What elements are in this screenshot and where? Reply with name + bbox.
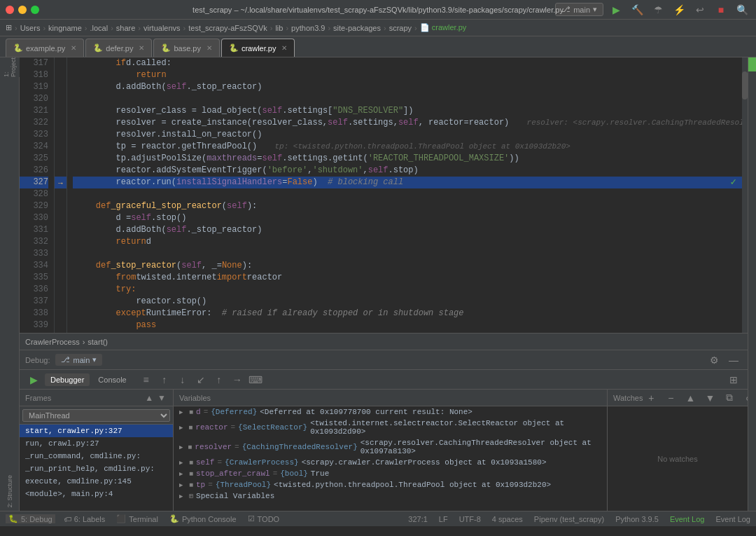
tab-crawler[interactable]: 🐍 crawler.py ✕ [221, 39, 295, 57]
settings-button[interactable]: ⚙ [706, 352, 722, 369]
nav-file[interactable]: 📄 crawler.py [420, 23, 467, 32]
coverage-icon[interactable]: ☂ [650, 1, 666, 18]
code-content[interactable]: if d.called: return d.addBoth(self._stop… [67, 57, 742, 333]
code-editor[interactable]: 317 318 319 320 321 322 323 324 325 326 … [20, 57, 748, 333]
chevron-down-icon: ▾ [593, 5, 597, 14]
event-log-label[interactable]: Event Log [715, 515, 750, 523]
nav-virtualenvs[interactable]: virtualenvs [144, 24, 181, 32]
python-version[interactable]: Python 3.9.5 [615, 515, 659, 523]
tab-example[interactable]: 🐍 example.py ✕ [6, 39, 84, 57]
frame-item-3[interactable]: _run_print_help, cmdline.py: [20, 462, 173, 475]
nav-python[interactable]: python3.9 [291, 24, 325, 32]
build-icon[interactable]: 🔨 [629, 1, 645, 18]
step-out-button[interactable]: ↑ [211, 371, 227, 388]
run-button[interactable]: ▶ [608, 1, 624, 18]
var-item-stop[interactable]: ▶ ■ stop_after_crawl = {bool} True [174, 468, 607, 479]
evaluate-button[interactable]: ⌨ [247, 371, 264, 388]
indent-info[interactable]: 4 spaces [492, 515, 523, 523]
var-arrow-self: ▶ [179, 459, 186, 467]
code-line-326: reactor.addSystemEventTrigger('before', … [73, 165, 742, 177]
python-file-icon3: 🐍 [161, 43, 171, 53]
nav-site-packages[interactable]: site-packages [333, 24, 381, 32]
remove-watch-button[interactable]: − [662, 390, 679, 406]
thread-selector[interactable]: MainThread [22, 409, 170, 422]
resume-debug-button[interactable]: ▶ [25, 371, 42, 388]
search-everywhere[interactable]: 🔍 [734, 1, 750, 18]
scrollbar-thumb[interactable] [742, 71, 748, 99]
frames-down-button[interactable]: ▼ [156, 392, 167, 404]
tab-defer[interactable]: 🐍 defer.py ✕ [85, 39, 152, 57]
run-to-cursor-button[interactable]: → [229, 371, 246, 388]
restore-layout-button[interactable]: ⊞ [725, 371, 742, 388]
frame-item-1[interactable]: run, crawl.py:27 [20, 437, 173, 450]
nav-local[interactable]: .local [90, 24, 108, 32]
tab-crawler-close[interactable]: ✕ [281, 44, 287, 52]
breadcrumb-class[interactable]: CrawlerProcess [25, 338, 80, 346]
profile-icon[interactable]: ⚡ [671, 1, 687, 18]
settings-icon2[interactable]: ↩ [692, 1, 708, 18]
status-tab-python-text: Python Console [182, 515, 237, 523]
var-item-resolver[interactable]: ▶ ■ resolver = {CachingThreadedResolver}… [174, 437, 607, 457]
var-item-tp[interactable]: ▶ ■ tp = {ThreadPool} <twisted.python.th… [174, 479, 607, 490]
minimize-button[interactable] [18, 6, 27, 14]
show-frames-button[interactable]: ≡ [138, 371, 155, 388]
minimize-panel-button[interactable]: — [725, 352, 742, 369]
nav-scrapy[interactable]: scrapy [389, 24, 412, 32]
nav-venv[interactable]: test_scrapy-aFszSQVk [188, 24, 267, 32]
nav-users[interactable]: Users [20, 24, 41, 32]
file-encoding[interactable]: UTF-8 [459, 515, 481, 523]
tab-defer-close[interactable]: ✕ [139, 44, 144, 52]
copy-watch-button[interactable]: ⧉ [721, 390, 738, 406]
status-tab-todo[interactable]: ☑ TODO [245, 514, 283, 523]
sidebar-structure[interactable]: 2: Structure [6, 475, 13, 508]
stop-button[interactable]: ■ [713, 1, 729, 18]
close-button[interactable] [6, 6, 14, 14]
line-endings[interactable]: LF [439, 515, 448, 523]
variables-panel: Variables ▶ ■ d = {Deferred} <Deferred a… [174, 390, 608, 511]
frame-item-5[interactable]: <module>, main.py:4 [20, 488, 173, 500]
status-tab-debug[interactable]: 🐛 5: Debug [6, 514, 55, 523]
frames-up-button[interactable]: ▲ [144, 392, 155, 404]
add-watch-button[interactable]: + [643, 390, 659, 406]
tab-console[interactable]: Console [92, 373, 132, 386]
maximize-button[interactable] [31, 6, 39, 14]
watch-up-button[interactable]: ▲ [682, 390, 699, 406]
checkmark-icon: ✓ [731, 177, 736, 188]
tab-debugger[interactable]: Debugger [45, 373, 90, 386]
status-tab-python-console[interactable]: 🐍 Python Console [167, 514, 239, 523]
nav-kingname[interactable]: kingname [48, 24, 82, 32]
var-icon-reactor: ■ [188, 424, 192, 432]
tab-example-close[interactable]: ✕ [71, 44, 76, 52]
frames-panel: Frames ▲ ▼ MainThread start, crawle [20, 390, 174, 511]
frame-item-0[interactable]: start, crawler.py:327 [20, 425, 173, 437]
event-log-button[interactable]: Event Log [670, 515, 705, 523]
breadcrumb-method[interactable]: start() [88, 338, 108, 346]
edit-watch-button[interactable]: ∞ [741, 390, 748, 406]
frame-item-2[interactable]: _run_command, cmdline.py: [20, 450, 173, 462]
var-item-reactor[interactable]: ▶ ■ reactor = {SelectReactor} <twisted.i… [174, 418, 607, 437]
status-tab-terminal[interactable]: ⬛ Terminal [113, 514, 161, 523]
var-item-self[interactable]: ▶ ■ self = {CrawlerProcess} <scrapy.craw… [174, 457, 607, 468]
watch-down-button[interactable]: ▼ [701, 390, 718, 406]
venv-info[interactable]: Pipenv (test_scrapy) [534, 515, 604, 523]
step-into-mine-button[interactable]: ↙ [192, 371, 209, 388]
chevron-down-icon2: ▾ [92, 355, 97, 364]
variables-panel-header: Variables [174, 390, 607, 406]
debug-branch[interactable]: ⎇ main ▾ [55, 354, 102, 366]
cursor-position[interactable]: 327:1 [408, 515, 428, 523]
code-line-330: d = self.stop() [73, 212, 742, 224]
sidebar-item-project[interactable]: 1: Project [3, 60, 17, 74]
tab-base-close[interactable]: ✕ [206, 44, 212, 52]
status-tab-labels[interactable]: 🏷 6: Labels [61, 515, 108, 523]
tab-base[interactable]: 🐍 base.py ✕ [153, 39, 220, 57]
var-item-special[interactable]: ▶ ⊞ Special Variables [174, 490, 607, 502]
frame-item-4[interactable]: execute, cmdline.py:145 [20, 475, 173, 488]
branch-icon: ⎇ [61, 355, 70, 364]
var-item-d[interactable]: ▶ ■ d = {Deferred} <Deferred at 0x109778… [174, 406, 607, 418]
vertical-scrollbar[interactable] [742, 57, 748, 333]
nav-lib[interactable]: lib [275, 24, 283, 32]
code-line-318: return [73, 69, 742, 81]
step-over-button[interactable]: ↑ [156, 371, 173, 388]
nav-share[interactable]: share [116, 24, 136, 32]
step-into-button[interactable]: ↓ [174, 371, 191, 388]
